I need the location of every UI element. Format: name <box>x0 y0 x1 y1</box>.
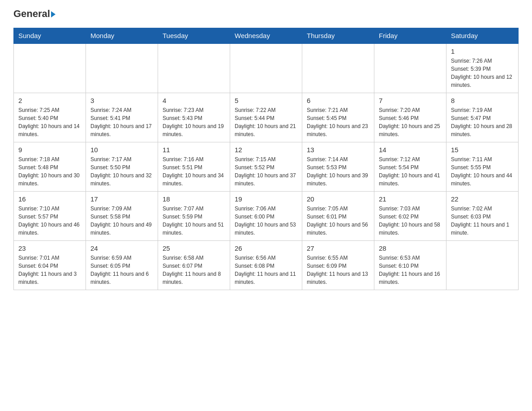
day-info: Sunrise: 7:16 AM Sunset: 5:51 PM Dayligh… <box>163 155 225 188</box>
table-row: 27Sunrise: 6:55 AM Sunset: 6:09 PM Dayli… <box>302 241 374 290</box>
day-number: 3 <box>90 97 153 104</box>
col-wednesday: Wednesday <box>230 28 302 44</box>
day-info: Sunrise: 6:53 AM Sunset: 6:10 PM Dayligh… <box>379 254 442 286</box>
col-thursday: Thursday <box>302 28 374 44</box>
table-row: 23Sunrise: 7:01 AM Sunset: 6:04 PM Dayli… <box>14 241 86 290</box>
day-number: 1 <box>451 47 514 55</box>
day-info: Sunrise: 7:03 AM Sunset: 6:02 PM Dayligh… <box>379 205 442 237</box>
calendar-week-row: 9Sunrise: 7:18 AM Sunset: 5:48 PM Daylig… <box>14 142 519 192</box>
col-friday: Friday <box>374 28 446 44</box>
day-number: 22 <box>451 195 514 203</box>
day-info: Sunrise: 7:07 AM Sunset: 5:59 PM Dayligh… <box>163 205 225 237</box>
table-row: 1Sunrise: 7:26 AM Sunset: 5:39 PM Daylig… <box>446 43 519 93</box>
day-info: Sunrise: 7:23 AM Sunset: 5:43 PM Dayligh… <box>163 106 225 138</box>
table-row <box>374 43 446 93</box>
logo: General <box>13 9 56 19</box>
day-number: 13 <box>307 146 369 154</box>
col-monday: Monday <box>86 28 158 44</box>
calendar-header: Sunday Monday Tuesday Wednesday Thursday… <box>14 28 519 44</box>
day-number: 14 <box>379 146 442 154</box>
day-number: 10 <box>90 146 153 154</box>
table-row: 6Sunrise: 7:21 AM Sunset: 5:45 PM Daylig… <box>302 93 374 142</box>
day-number: 20 <box>307 195 369 203</box>
logo-general-text: General <box>13 9 56 19</box>
table-row: 26Sunrise: 6:56 AM Sunset: 6:08 PM Dayli… <box>230 241 302 290</box>
day-number: 5 <box>235 97 297 104</box>
table-row <box>14 43 86 93</box>
day-number: 9 <box>18 146 81 154</box>
col-sunday: Sunday <box>14 28 86 44</box>
calendar-week-row: 16Sunrise: 7:10 AM Sunset: 5:57 PM Dayli… <box>14 192 519 241</box>
day-info: Sunrise: 7:15 AM Sunset: 5:52 PM Dayligh… <box>235 155 297 188</box>
day-number: 18 <box>163 195 225 203</box>
day-info: Sunrise: 7:22 AM Sunset: 5:44 PM Dayligh… <box>235 106 297 138</box>
day-number: 11 <box>163 146 225 154</box>
table-row: 3Sunrise: 7:24 AM Sunset: 5:41 PM Daylig… <box>86 93 158 142</box>
day-number: 19 <box>235 195 297 203</box>
calendar-week-row: 23Sunrise: 7:01 AM Sunset: 6:04 PM Dayli… <box>14 241 519 290</box>
table-row: 2Sunrise: 7:25 AM Sunset: 5:40 PM Daylig… <box>14 93 86 142</box>
day-number: 4 <box>163 97 225 104</box>
table-row <box>446 241 519 290</box>
day-number: 6 <box>307 97 369 104</box>
col-saturday: Saturday <box>446 28 519 44</box>
day-info: Sunrise: 7:24 AM Sunset: 5:41 PM Dayligh… <box>90 106 153 138</box>
day-number: 23 <box>18 244 81 252</box>
day-number: 27 <box>307 244 369 252</box>
calendar-week-row: 1Sunrise: 7:26 AM Sunset: 5:39 PM Daylig… <box>14 43 519 93</box>
table-row <box>158 43 230 93</box>
day-info: Sunrise: 6:55 AM Sunset: 6:09 PM Dayligh… <box>307 254 369 286</box>
day-number: 17 <box>90 195 153 203</box>
day-info: Sunrise: 7:05 AM Sunset: 6:01 PM Dayligh… <box>307 205 369 237</box>
day-info: Sunrise: 7:06 AM Sunset: 6:00 PM Dayligh… <box>235 205 297 237</box>
day-info: Sunrise: 7:21 AM Sunset: 5:45 PM Dayligh… <box>307 106 369 138</box>
table-row: 21Sunrise: 7:03 AM Sunset: 6:02 PM Dayli… <box>374 192 446 241</box>
table-row <box>86 43 158 93</box>
calendar-week-row: 2Sunrise: 7:25 AM Sunset: 5:40 PM Daylig… <box>14 93 519 142</box>
day-info: Sunrise: 7:26 AM Sunset: 5:39 PM Dayligh… <box>451 57 514 89</box>
day-info: Sunrise: 7:20 AM Sunset: 5:46 PM Dayligh… <box>379 106 442 138</box>
day-number: 2 <box>18 97 81 104</box>
day-info: Sunrise: 7:25 AM Sunset: 5:40 PM Dayligh… <box>18 106 81 138</box>
calendar-table: Sunday Monday Tuesday Wednesday Thursday… <box>13 28 519 290</box>
weekday-header-row: Sunday Monday Tuesday Wednesday Thursday… <box>14 28 519 44</box>
table-row: 15Sunrise: 7:11 AM Sunset: 5:55 PM Dayli… <box>446 142 519 192</box>
table-row <box>230 43 302 93</box>
day-number: 15 <box>451 146 514 154</box>
table-row: 18Sunrise: 7:07 AM Sunset: 5:59 PM Dayli… <box>158 192 230 241</box>
table-row: 17Sunrise: 7:09 AM Sunset: 5:58 PM Dayli… <box>86 192 158 241</box>
day-info: Sunrise: 6:58 AM Sunset: 6:07 PM Dayligh… <box>163 254 225 286</box>
page-header: General <box>13 9 519 19</box>
table-row: 7Sunrise: 7:20 AM Sunset: 5:46 PM Daylig… <box>374 93 446 142</box>
calendar-body: 1Sunrise: 7:26 AM Sunset: 5:39 PM Daylig… <box>14 43 519 290</box>
day-info: Sunrise: 7:11 AM Sunset: 5:55 PM Dayligh… <box>451 155 514 188</box>
table-row <box>302 43 374 93</box>
table-row: 10Sunrise: 7:17 AM Sunset: 5:50 PM Dayli… <box>86 142 158 192</box>
day-number: 26 <box>235 244 297 252</box>
table-row: 25Sunrise: 6:58 AM Sunset: 6:07 PM Dayli… <box>158 241 230 290</box>
day-number: 7 <box>379 97 442 104</box>
day-info: Sunrise: 7:18 AM Sunset: 5:48 PM Dayligh… <box>18 155 81 188</box>
table-row: 24Sunrise: 6:59 AM Sunset: 6:05 PM Dayli… <box>86 241 158 290</box>
table-row: 16Sunrise: 7:10 AM Sunset: 5:57 PM Dayli… <box>14 192 86 241</box>
day-info: Sunrise: 7:01 AM Sunset: 6:04 PM Dayligh… <box>18 254 81 286</box>
day-info: Sunrise: 7:12 AM Sunset: 5:54 PM Dayligh… <box>379 155 442 188</box>
table-row: 19Sunrise: 7:06 AM Sunset: 6:00 PM Dayli… <box>230 192 302 241</box>
day-info: Sunrise: 7:14 AM Sunset: 5:53 PM Dayligh… <box>307 155 369 188</box>
table-row: 9Sunrise: 7:18 AM Sunset: 5:48 PM Daylig… <box>14 142 86 192</box>
day-info: Sunrise: 7:17 AM Sunset: 5:50 PM Dayligh… <box>90 155 153 188</box>
table-row: 8Sunrise: 7:19 AM Sunset: 5:47 PM Daylig… <box>446 93 519 142</box>
table-row: 5Sunrise: 7:22 AM Sunset: 5:44 PM Daylig… <box>230 93 302 142</box>
day-number: 12 <box>235 146 297 154</box>
day-info: Sunrise: 7:02 AM Sunset: 6:03 PM Dayligh… <box>451 205 514 237</box>
col-tuesday: Tuesday <box>158 28 230 44</box>
table-row: 28Sunrise: 6:53 AM Sunset: 6:10 PM Dayli… <box>374 241 446 290</box>
day-info: Sunrise: 6:59 AM Sunset: 6:05 PM Dayligh… <box>90 254 153 286</box>
table-row: 12Sunrise: 7:15 AM Sunset: 5:52 PM Dayli… <box>230 142 302 192</box>
day-number: 28 <box>379 244 442 252</box>
table-row: 22Sunrise: 7:02 AM Sunset: 6:03 PM Dayli… <box>446 192 519 241</box>
table-row: 20Sunrise: 7:05 AM Sunset: 6:01 PM Dayli… <box>302 192 374 241</box>
day-info: Sunrise: 7:10 AM Sunset: 5:57 PM Dayligh… <box>18 205 81 237</box>
day-info: Sunrise: 7:19 AM Sunset: 5:47 PM Dayligh… <box>451 106 514 138</box>
day-info: Sunrise: 7:09 AM Sunset: 5:58 PM Dayligh… <box>90 205 153 237</box>
